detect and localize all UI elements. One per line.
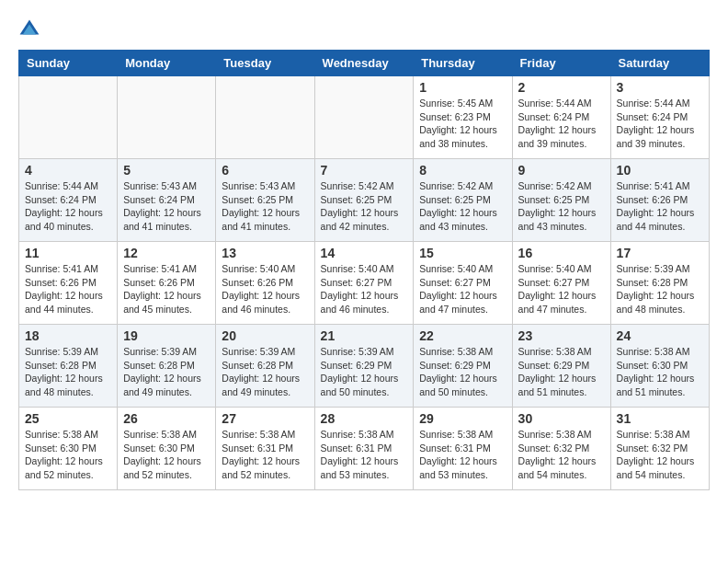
weekday-header-row: SundayMondayTuesdayWednesdayThursdayFrid… bbox=[19, 51, 710, 76]
day-info: Sunrise: 5:41 AM Sunset: 6:26 PM Dayligh… bbox=[617, 179, 703, 234]
weekday-header-friday: Friday bbox=[512, 51, 610, 76]
day-number: 3 bbox=[617, 80, 703, 95]
logo-icon bbox=[18, 18, 40, 40]
day-info: Sunrise: 5:42 AM Sunset: 6:25 PM Dayligh… bbox=[419, 179, 506, 234]
day-number: 10 bbox=[617, 163, 703, 178]
calendar-cell bbox=[118, 76, 216, 159]
day-info: Sunrise: 5:41 AM Sunset: 6:26 PM Dayligh… bbox=[25, 262, 111, 316]
day-number: 29 bbox=[419, 411, 506, 426]
day-info: Sunrise: 5:38 AM Sunset: 6:29 PM Dayligh… bbox=[419, 345, 506, 399]
calendar-cell: 20Sunrise: 5:39 AM Sunset: 6:28 PM Dayli… bbox=[216, 325, 314, 408]
day-info: Sunrise: 5:38 AM Sunset: 6:31 PM Dayligh… bbox=[222, 428, 308, 482]
day-info: Sunrise: 5:38 AM Sunset: 6:30 PM Dayligh… bbox=[25, 428, 111, 482]
calendar-cell: 12Sunrise: 5:41 AM Sunset: 6:26 PM Dayli… bbox=[118, 242, 216, 325]
calendar-cell: 14Sunrise: 5:40 AM Sunset: 6:27 PM Dayli… bbox=[314, 242, 414, 325]
day-info: Sunrise: 5:42 AM Sunset: 6:25 PM Dayligh… bbox=[518, 179, 605, 234]
calendar-cell: 15Sunrise: 5:40 AM Sunset: 6:27 PM Dayli… bbox=[414, 242, 512, 325]
day-info: Sunrise: 5:38 AM Sunset: 6:31 PM Dayligh… bbox=[419, 428, 506, 482]
day-info: Sunrise: 5:39 AM Sunset: 6:29 PM Dayligh… bbox=[321, 345, 408, 399]
calendar-cell: 18Sunrise: 5:39 AM Sunset: 6:28 PM Dayli… bbox=[19, 325, 118, 408]
day-info: Sunrise: 5:40 AM Sunset: 6:27 PM Dayligh… bbox=[321, 262, 408, 316]
calendar-cell: 23Sunrise: 5:38 AM Sunset: 6:29 PM Dayli… bbox=[512, 325, 610, 408]
day-number: 28 bbox=[321, 411, 408, 426]
day-number: 23 bbox=[518, 328, 605, 343]
calendar-cell: 25Sunrise: 5:38 AM Sunset: 6:30 PM Dayli… bbox=[19, 408, 118, 490]
calendar-cell: 4Sunrise: 5:44 AM Sunset: 6:24 PM Daylig… bbox=[19, 159, 118, 242]
day-info: Sunrise: 5:38 AM Sunset: 6:29 PM Dayligh… bbox=[518, 345, 605, 399]
day-info: Sunrise: 5:44 AM Sunset: 6:24 PM Dayligh… bbox=[518, 97, 605, 151]
calendar-cell: 27Sunrise: 5:38 AM Sunset: 6:31 PM Dayli… bbox=[216, 408, 314, 490]
day-number: 22 bbox=[419, 328, 506, 343]
calendar-week-row: 25Sunrise: 5:38 AM Sunset: 6:30 PM Dayli… bbox=[19, 408, 710, 490]
day-number: 25 bbox=[25, 411, 111, 426]
weekday-header-monday: Monday bbox=[118, 51, 216, 76]
day-info: Sunrise: 5:40 AM Sunset: 6:27 PM Dayligh… bbox=[419, 262, 506, 316]
day-info: Sunrise: 5:38 AM Sunset: 6:32 PM Dayligh… bbox=[518, 428, 605, 482]
weekday-header-thursday: Thursday bbox=[414, 51, 512, 76]
day-number: 2 bbox=[518, 80, 605, 95]
calendar-week-row: 4Sunrise: 5:44 AM Sunset: 6:24 PM Daylig… bbox=[19, 159, 710, 242]
calendar-week-row: 18Sunrise: 5:39 AM Sunset: 6:28 PM Dayli… bbox=[19, 325, 710, 408]
day-number: 13 bbox=[222, 246, 308, 260]
day-info: Sunrise: 5:38 AM Sunset: 6:30 PM Dayligh… bbox=[617, 345, 703, 399]
day-number: 16 bbox=[518, 246, 605, 260]
calendar-cell: 2Sunrise: 5:44 AM Sunset: 6:24 PM Daylig… bbox=[512, 76, 610, 159]
day-info: Sunrise: 5:39 AM Sunset: 6:28 PM Dayligh… bbox=[25, 345, 111, 399]
day-info: Sunrise: 5:38 AM Sunset: 6:32 PM Dayligh… bbox=[617, 428, 703, 482]
day-number: 14 bbox=[321, 246, 408, 260]
day-number: 5 bbox=[123, 163, 210, 178]
day-number: 24 bbox=[617, 328, 703, 343]
calendar-cell: 24Sunrise: 5:38 AM Sunset: 6:30 PM Dayli… bbox=[610, 325, 709, 408]
day-info: Sunrise: 5:39 AM Sunset: 6:28 PM Dayligh… bbox=[222, 345, 308, 399]
logo bbox=[18, 18, 44, 40]
day-info: Sunrise: 5:44 AM Sunset: 6:24 PM Dayligh… bbox=[25, 179, 111, 234]
weekday-header-wednesday: Wednesday bbox=[314, 51, 414, 76]
day-info: Sunrise: 5:43 AM Sunset: 6:25 PM Dayligh… bbox=[222, 179, 308, 234]
day-number: 11 bbox=[25, 246, 111, 260]
calendar-cell: 28Sunrise: 5:38 AM Sunset: 6:31 PM Dayli… bbox=[314, 408, 414, 490]
day-info: Sunrise: 5:39 AM Sunset: 6:28 PM Dayligh… bbox=[617, 262, 703, 316]
calendar-cell: 16Sunrise: 5:40 AM Sunset: 6:27 PM Dayli… bbox=[512, 242, 610, 325]
calendar-cell: 9Sunrise: 5:42 AM Sunset: 6:25 PM Daylig… bbox=[512, 159, 610, 242]
calendar-cell: 22Sunrise: 5:38 AM Sunset: 6:29 PM Dayli… bbox=[414, 325, 512, 408]
day-info: Sunrise: 5:38 AM Sunset: 6:30 PM Dayligh… bbox=[123, 428, 210, 482]
calendar-cell: 8Sunrise: 5:42 AM Sunset: 6:25 PM Daylig… bbox=[414, 159, 512, 242]
calendar-cell: 31Sunrise: 5:38 AM Sunset: 6:32 PM Dayli… bbox=[610, 408, 709, 490]
calendar-cell: 29Sunrise: 5:38 AM Sunset: 6:31 PM Dayli… bbox=[414, 408, 512, 490]
day-number: 12 bbox=[123, 246, 210, 260]
calendar-table: SundayMondayTuesdayWednesdayThursdayFrid… bbox=[18, 50, 710, 490]
day-number: 9 bbox=[518, 163, 605, 178]
calendar-cell bbox=[314, 76, 414, 159]
calendar-week-row: 11Sunrise: 5:41 AM Sunset: 6:26 PM Dayli… bbox=[19, 242, 710, 325]
calendar-cell: 30Sunrise: 5:38 AM Sunset: 6:32 PM Dayli… bbox=[512, 408, 610, 490]
page-header bbox=[18, 18, 710, 40]
calendar-cell: 5Sunrise: 5:43 AM Sunset: 6:24 PM Daylig… bbox=[118, 159, 216, 242]
calendar-cell bbox=[216, 76, 314, 159]
weekday-header-saturday: Saturday bbox=[610, 51, 709, 76]
calendar-week-row: 1Sunrise: 5:45 AM Sunset: 6:23 PM Daylig… bbox=[19, 76, 710, 159]
calendar-cell: 19Sunrise: 5:39 AM Sunset: 6:28 PM Dayli… bbox=[118, 325, 216, 408]
weekday-header-tuesday: Tuesday bbox=[216, 51, 314, 76]
day-info: Sunrise: 5:42 AM Sunset: 6:25 PM Dayligh… bbox=[321, 179, 408, 234]
day-number: 31 bbox=[617, 411, 703, 426]
day-number: 17 bbox=[617, 246, 703, 260]
day-info: Sunrise: 5:45 AM Sunset: 6:23 PM Dayligh… bbox=[419, 97, 506, 151]
day-info: Sunrise: 5:41 AM Sunset: 6:26 PM Dayligh… bbox=[123, 262, 210, 316]
calendar-cell: 6Sunrise: 5:43 AM Sunset: 6:25 PM Daylig… bbox=[216, 159, 314, 242]
calendar-cell: 11Sunrise: 5:41 AM Sunset: 6:26 PM Dayli… bbox=[19, 242, 118, 325]
day-number: 18 bbox=[25, 328, 111, 343]
calendar-cell: 10Sunrise: 5:41 AM Sunset: 6:26 PM Dayli… bbox=[610, 159, 709, 242]
calendar-cell bbox=[19, 76, 118, 159]
calendar-cell: 17Sunrise: 5:39 AM Sunset: 6:28 PM Dayli… bbox=[610, 242, 709, 325]
day-info: Sunrise: 5:38 AM Sunset: 6:31 PM Dayligh… bbox=[321, 428, 408, 482]
day-info: Sunrise: 5:40 AM Sunset: 6:26 PM Dayligh… bbox=[222, 262, 308, 316]
weekday-header-sunday: Sunday bbox=[19, 51, 118, 76]
day-info: Sunrise: 5:44 AM Sunset: 6:24 PM Dayligh… bbox=[617, 97, 703, 151]
day-number: 26 bbox=[123, 411, 210, 426]
day-number: 30 bbox=[518, 411, 605, 426]
day-info: Sunrise: 5:43 AM Sunset: 6:24 PM Dayligh… bbox=[123, 179, 210, 234]
calendar-cell: 1Sunrise: 5:45 AM Sunset: 6:23 PM Daylig… bbox=[414, 76, 512, 159]
day-number: 19 bbox=[123, 328, 210, 343]
calendar-cell: 3Sunrise: 5:44 AM Sunset: 6:24 PM Daylig… bbox=[610, 76, 709, 159]
calendar-cell: 7Sunrise: 5:42 AM Sunset: 6:25 PM Daylig… bbox=[314, 159, 414, 242]
